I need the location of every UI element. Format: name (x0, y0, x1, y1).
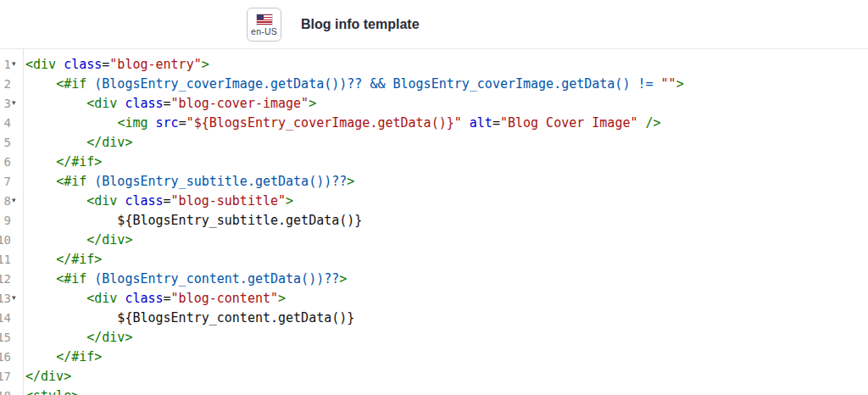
line-number: 3 (0, 94, 11, 114)
line-number: 17 (0, 367, 11, 387)
code-text: </#if> (25, 349, 102, 364)
code-line[interactable]: 1▾<div class="blog-entry"> (0, 55, 868, 75)
line-number: 15 (0, 328, 11, 348)
line-number: 13 (0, 289, 11, 309)
us-flag-icon (257, 14, 272, 25)
code-line[interactable]: 13▾ <div class="blog-content"> (0, 289, 868, 309)
code-line[interactable]: 4 <img src="${BlogsEntry_coverImage.getD… (0, 114, 868, 133)
code-text: <#if (BlogsEntry_coverImage.getData())??… (25, 76, 684, 92)
code-line[interactable]: 12 <#if (BlogsEntry_content.getData())??… (0, 270, 868, 289)
code-text: <div class="blog-content"> (25, 291, 286, 306)
code-line[interactable]: 14 ${BlogsEntry_content.getData()} (0, 309, 868, 328)
code-line[interactable]: 10 </div> (0, 231, 868, 250)
line-number: 9 (0, 211, 11, 231)
line-number: 11 (0, 250, 11, 270)
code-line[interactable]: 11 </#if> (0, 250, 868, 270)
code-line[interactable]: 15 </div> (0, 328, 868, 348)
fold-toggle-icon[interactable]: ▾ (12, 54, 20, 74)
code-text: </#if> (25, 252, 102, 267)
code-text: <style> (25, 388, 79, 395)
page-title: Blog info template (301, 17, 420, 32)
line-number: 5 (0, 133, 11, 153)
code-line[interactable]: 7 <#if (BlogsEntry_subtitle.getData())??… (0, 172, 868, 192)
code-text: <div class="blog-subtitle"> (25, 193, 293, 209)
code-text: ${BlogsEntry_subtitle.getData()} (25, 213, 362, 228)
line-number: 14 (0, 309, 11, 328)
code-line[interactable]: 6 </#if> (0, 153, 868, 172)
code-text: </div> (25, 135, 132, 150)
line-number: 6 (0, 153, 11, 172)
code-text: </div> (25, 369, 71, 384)
line-number: 10 (0, 231, 11, 250)
code-line[interactable]: 3▾ <div class="blog-cover-image"> (0, 94, 868, 114)
line-number: 16 (0, 348, 11, 367)
code-text: ${BlogsEntry_content.getData()} (25, 310, 354, 325)
code-line[interactable]: 9 ${BlogsEntry_subtitle.getData()} (0, 211, 868, 231)
flag-canton (257, 14, 264, 19)
code-text: <img src="${BlogsEntry_coverImage.getDat… (25, 115, 661, 131)
line-number: 7 (0, 172, 11, 192)
code-line[interactable]: 5 </div> (0, 133, 868, 153)
line-number: 12 (0, 270, 11, 289)
line-number: 8 (0, 192, 11, 211)
line-number: 1 (0, 55, 11, 75)
code-line[interactable]: 2 <#if (BlogsEntry_coverImage.getData())… (0, 75, 868, 94)
fold-toggle-icon[interactable]: ▾ (12, 288, 20, 308)
code-text: </div> (25, 330, 132, 345)
code-line[interactable]: 8▾ <div class="blog-subtitle"> (0, 192, 868, 211)
code-line[interactable]: 18<style> (0, 387, 868, 395)
language-badge-button[interactable]: en-US (247, 8, 281, 42)
code-text: <div class="blog-cover-image"> (25, 96, 316, 111)
fold-toggle-icon[interactable]: ▾ (12, 191, 20, 210)
language-code-label: en-US (251, 26, 277, 36)
line-number: 18 (0, 387, 11, 395)
code-editor[interactable]: 1▾<div class="blog-entry">2 <#if (BlogsE… (0, 49, 868, 395)
code-text: </div> (25, 232, 132, 248)
code-text: </#if> (25, 154, 102, 170)
code-text: <#if (BlogsEntry_subtitle.getData())??> (25, 174, 354, 189)
code-lines: 1▾<div class="blog-entry">2 <#if (BlogsE… (0, 55, 868, 395)
code-line[interactable]: 16 </#if> (0, 348, 868, 367)
line-number: 4 (0, 114, 11, 133)
code-text: <div class="blog-entry"> (25, 57, 209, 72)
code-line[interactable]: 17</div> (0, 367, 868, 387)
template-header: en-US Blog info template (0, 0, 868, 49)
fold-toggle-icon[interactable]: ▾ (12, 93, 20, 113)
code-text: <#if (BlogsEntry_content.getData())??> (25, 271, 347, 287)
line-number: 2 (0, 75, 11, 94)
